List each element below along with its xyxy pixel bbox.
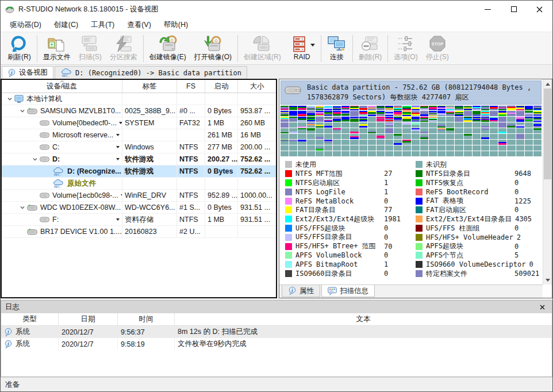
block-cell — [533, 106, 542, 111]
connect-button[interactable]: 连接 — [323, 33, 351, 64]
block-cell — [455, 106, 463, 111]
legend-item: HFS/HFS+ VolumeHeader2 — [416, 233, 540, 242]
scrollbar-thumb[interactable] — [544, 89, 551, 179]
legend-item: NTFS启动扇区1 — [285, 178, 410, 187]
maximize-button[interactable] — [501, 1, 527, 18]
block-cell — [464, 122, 472, 128]
legend-item: 特定档案文件509021 — [416, 269, 540, 278]
device-name: Microsoft reserve... — [52, 131, 113, 139]
minimize-button[interactable] — [475, 1, 501, 18]
show-files-button[interactable]: 显示文件 — [39, 33, 75, 64]
tree-row[interactable]: SAMSUNG MZVLB1T0...0025_388B_9...#0 ...0… — [2, 105, 276, 117]
menu-item[interactable]: 工具(T) — [85, 18, 121, 32]
scrollbar[interactable] — [543, 79, 552, 285]
toolbar-separator — [37, 35, 37, 62]
tab-scan-result[interactable]: REC.D: (Recognized0) -> Basic data parti… — [55, 66, 247, 79]
tree-row[interactable]: C:WindowsNTFS277 MB200.00 ... — [2, 141, 276, 153]
tree-row[interactable]: REC.原始文件 — [2, 178, 276, 190]
menu-item[interactable]: 帮助(H) — [158, 18, 194, 32]
block-cell — [473, 134, 481, 139]
scroll-up-arrow[interactable] — [543, 79, 552, 89]
block-cell — [525, 134, 533, 139]
tree-row[interactable]: Volume{1ecb0c98-...WinRE_DRVNTFS952.89 .… — [2, 190, 276, 202]
log-close-button[interactable] — [536, 305, 548, 310]
create-image-button[interactable]: 创建镜像(E) — [145, 33, 190, 64]
block-cell — [359, 122, 367, 128]
block-cell — [516, 117, 524, 122]
create-region-button[interactable]: 创建区域(R) — [240, 33, 285, 64]
tree-row[interactable]: D:软件游戏NTFS200.27 ...752.62 ... — [2, 153, 276, 166]
open-image-button[interactable]: 打开镜像(O) — [190, 33, 236, 64]
partition-search-button[interactable]: 分区搜索 — [106, 33, 141, 64]
legend-count: 0 — [514, 243, 519, 251]
close-button[interactable] — [527, 1, 552, 18]
block-cell — [368, 122, 376, 128]
options-button[interactable]: 选项(O) — [390, 33, 421, 64]
block-cell — [420, 111, 428, 116]
column-header-device[interactable]: 设备/磁盘 — [2, 80, 122, 93]
legend-item: ISO9660 VolumeDescriptor0 — [416, 260, 540, 269]
block-cell — [298, 151, 306, 156]
device-name: Volume{1ecb0c98-... — [52, 191, 118, 199]
menu-item[interactable]: 查看(V) — [121, 18, 158, 32]
volume-dropdown-arrow[interactable] — [118, 194, 122, 197]
chevron-down-icon[interactable] — [18, 108, 27, 114]
block-cell — [490, 106, 498, 111]
block-cell — [473, 111, 481, 116]
block-cell — [446, 151, 454, 156]
column-header-fs[interactable]: FS — [177, 80, 205, 93]
tab-scan-info[interactable]: 扫描信息 — [321, 285, 375, 297]
fs-cell: #0 ... — [177, 105, 205, 117]
log-row[interactable]: i系统2020/12/79:58:19文件枚举在9秒内完成 — [1, 338, 552, 350]
legend-right-column: 未识别NTFS目录条目9648NTFS恢复点0ReFS BootRecord0F… — [416, 160, 540, 278]
volume-dropdown-arrow[interactable] — [114, 218, 120, 221]
block-cell — [429, 134, 437, 139]
block-cell — [385, 106, 393, 111]
start-cell: 277 MB — [205, 141, 238, 153]
legend-count: 0 — [384, 270, 388, 278]
tree-row[interactable]: Microsoft reserve...261 MB16 MB — [2, 129, 276, 141]
tree-row[interactable]: Volume{0bedecf0-...SYSTEMFAT321 MB260 MB — [2, 117, 276, 129]
block-cell — [324, 145, 332, 151]
column-header-label[interactable]: 标签 — [122, 80, 177, 93]
tree-row[interactable]: 本地计算机 — [2, 93, 276, 105]
chevron-down-icon[interactable] — [30, 156, 40, 162]
chevron-down-icon[interactable] — [18, 205, 27, 210]
log-row[interactable]: i系统2020/12/79:56:378m 12s 的 D: 扫描已完成 — [1, 326, 552, 338]
scan-button[interactable]: 扫描(S) — [75, 33, 106, 64]
log-title: 日志 — [5, 302, 20, 312]
legend-label: NTFS启动扇区 — [295, 178, 381, 188]
volume-dropdown-arrow[interactable] — [114, 146, 120, 148]
column-header-type[interactable]: 类型 — [1, 313, 59, 325]
delete-button[interactable]: 删除(R) — [355, 33, 386, 64]
tree-row[interactable]: WDC WD10EZEX-08W...WD-WCC6Y6...#1 S...0 … — [2, 202, 276, 214]
refresh-button[interactable]: 刷新(R) — [3, 33, 35, 64]
volume-dropdown-arrow[interactable] — [114, 158, 120, 160]
device-cell: D: — [2, 153, 122, 165]
tab-properties[interactable]: i属性 — [282, 285, 320, 297]
tree-row[interactable]: REC.D: (Recognize...软件游戏NTFS0 Bytes752.6… — [2, 166, 276, 178]
raid-dropdown-arrow[interactable] — [310, 40, 315, 48]
volume-dropdown-arrow[interactable] — [117, 122, 122, 124]
menu-item[interactable]: 创建(C) — [48, 18, 85, 32]
raid-button[interactable]: RAID — [285, 33, 319, 64]
column-header-size[interactable]: 大小 — [238, 80, 276, 93]
column-header-text[interactable]: 文本 — [175, 313, 552, 325]
legend-item: FAT 表格项1225 — [416, 197, 540, 206]
chevron-down-icon[interactable] — [5, 96, 14, 102]
block-cell — [464, 140, 472, 145]
scroll-down-arrow[interactable] — [543, 275, 552, 285]
legend-count: 509021 — [514, 270, 539, 278]
tree-row[interactable]: F:资料存储NTFS1 MB931.51 ... — [2, 214, 276, 226]
block-cell — [420, 134, 428, 139]
legend-count: 9648 — [514, 170, 531, 178]
column-header-start[interactable]: 启动 — [205, 80, 238, 93]
volume-dropdown-arrow[interactable] — [114, 134, 120, 136]
stop-button[interactable]: STOP停止(S) — [422, 33, 453, 64]
column-header-date[interactable]: 日期 — [59, 313, 118, 325]
menu-item[interactable]: 驱动器(D) — [3, 18, 48, 32]
tree-row[interactable]: BR17 DEVICE V1.00 1....20160823#2 U... — [2, 226, 276, 238]
column-header-time[interactable]: 时间 — [118, 313, 175, 325]
tab-device-view[interactable]: i设备视图 — [2, 66, 53, 79]
block-cell — [289, 134, 297, 139]
